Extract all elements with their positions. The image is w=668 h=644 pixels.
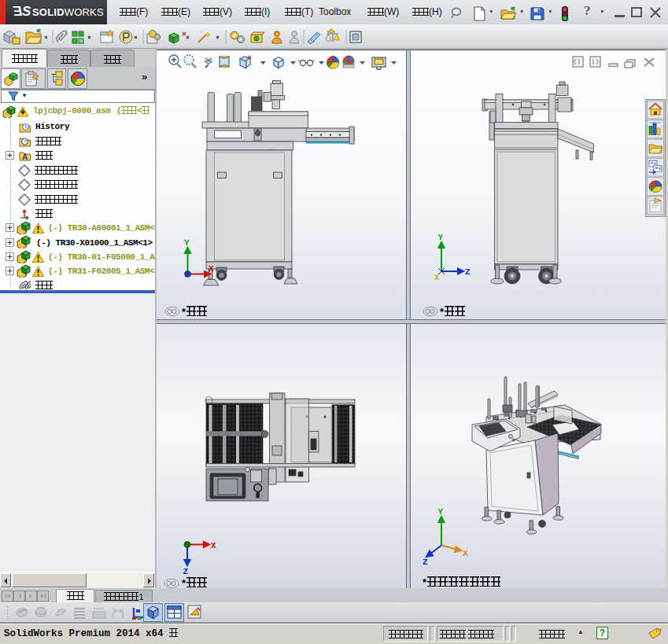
svg-text:Z: Z	[465, 267, 471, 277]
svg-text:Y: Y	[438, 233, 444, 242]
svg-text:A: A	[22, 153, 28, 161]
svg-text:Y: Y	[184, 238, 190, 248]
svg-text:Z: Z	[183, 567, 189, 576]
svg-text:X: X	[434, 274, 439, 282]
svg-text:X: X	[463, 549, 468, 558]
svg-text:X: X	[209, 264, 214, 274]
svg-text:X: X	[211, 541, 216, 550]
svg-text:Y: Y	[438, 507, 444, 517]
svg-text:Z: Z	[423, 558, 428, 567]
